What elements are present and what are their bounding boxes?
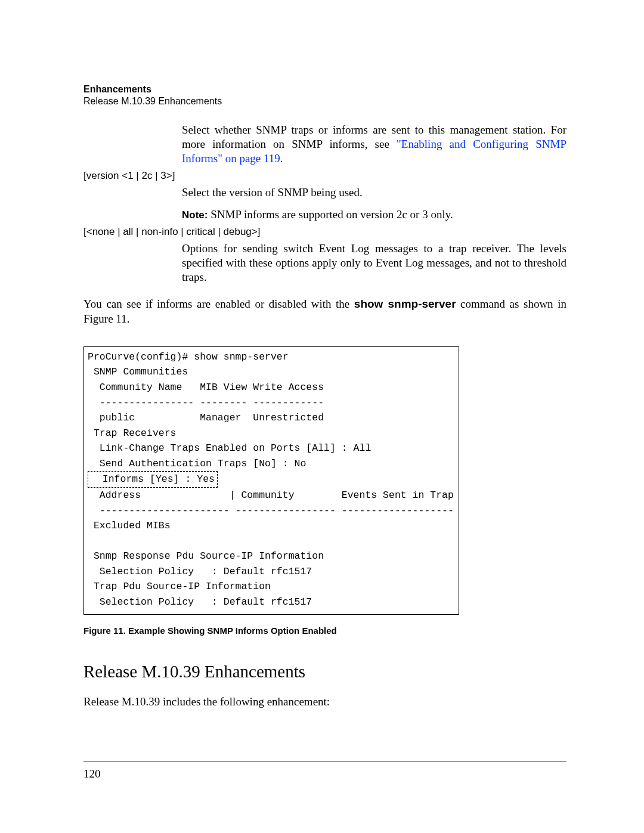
show-bold: show snmp-server [354, 298, 456, 310]
code-l7: Link-Change Traps Enabled on Ports [All]… [88, 442, 371, 454]
highlight-informs: Informs [Yes] : Yes [88, 471, 218, 488]
section-heading: Release M.10.39 Enhancements [83, 662, 566, 682]
code-l2: SNMP Communities [88, 366, 188, 377]
page: Enhancements Release M.10.39 Enhancement… [0, 0, 644, 833]
figure-caption: Figure 11. Example Showing SNMP Informs … [83, 625, 566, 636]
code-l12: Excluded MIBs [88, 520, 171, 531]
header-subtitle: Release M.10.39 Enhancements [83, 95, 566, 107]
paragraph-show-snmp: You can see if informs are enabled or di… [83, 297, 566, 326]
period: . [280, 152, 283, 165]
note-body: SNMP informs are supported on version 2c… [208, 208, 453, 221]
syntax-options-line: [<none | all | non-info | critical | deb… [83, 226, 566, 238]
section-body: Release M.10.39 includes the following e… [83, 695, 566, 709]
code-l8: Send Authentication Traps [No] : No [88, 458, 306, 469]
footer-rule [83, 761, 566, 761]
code-l11: ---------------------- -----------------… [88, 505, 454, 516]
header-title: Enhancements [83, 83, 566, 95]
syntax-version-line: [version <1 | 2c | 3>] [83, 170, 566, 182]
code-l16: Selection Policy : Default rfc1517 [88, 596, 312, 608]
paragraph-options: Options for sending switch Event Log mes… [182, 241, 566, 284]
code-l14: Selection Policy : Default rfc1517 [88, 566, 312, 577]
code-l9: Informs [Yes] : Yes [91, 473, 215, 485]
code-l15: Trap Pdu Source-IP Information [88, 581, 271, 592]
paragraph-traps: Select whether SNMP traps or informs are… [182, 123, 566, 165]
page-header: Enhancements Release M.10.39 Enhancement… [83, 83, 566, 107]
note-label: Note: [182, 209, 208, 221]
show-pre: You can see if informs are enabled or di… [83, 298, 354, 310]
paragraph-version: Select the version of SNMP being used. [182, 185, 566, 200]
code-l6: Trap Receivers [88, 428, 177, 439]
note-block: Note: SNMP informs are supported on vers… [182, 208, 566, 221]
code-l13: Snmp Response Pdu Source-IP Information [88, 550, 324, 562]
code-l3: Community Name MIB View Write Access [88, 382, 324, 393]
code-l10: Address | Community Events Sent in Trap [88, 490, 454, 501]
code-l4: ---------------- -------- ------------ [88, 397, 324, 408]
page-number: 120 [83, 767, 101, 781]
code-block: ProCurve(config)# show snmp-server SNMP … [83, 346, 459, 615]
code-l5: public Manager Unrestricted [88, 412, 324, 423]
code-l1: ProCurve(config)# show snmp-server [88, 351, 289, 363]
